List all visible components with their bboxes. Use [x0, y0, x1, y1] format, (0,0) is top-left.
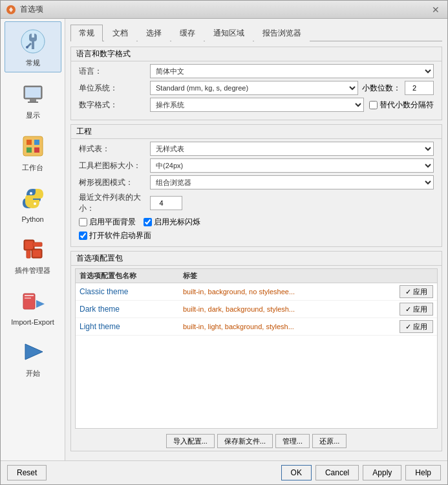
cancel-button[interactable]: Cancel — [315, 465, 359, 480]
title-bar: 首选项 ✕ — [1, 1, 447, 19]
display-icon — [17, 78, 48, 109]
sidebar-label-display: 显示 — [26, 111, 40, 120]
stylesheet-control: 无样式表 — [150, 142, 434, 156]
open-splash-row: 打开软件启动界面 — [79, 230, 434, 241]
sidebar-label-workbench: 工作台 — [22, 163, 43, 173]
apply-btn-classic[interactable]: ✓ 应用 — [400, 285, 433, 298]
language-section-title: 语言和数字格式 — [71, 47, 442, 61]
pref-name-classic[interactable]: Classic theme — [80, 287, 183, 296]
recent-row: 最近文件列表的大小： — [79, 192, 434, 214]
import-config-btn[interactable]: 导入配置... — [166, 434, 215, 448]
number-format-control: 操作系统 替代小数分隔符 — [150, 98, 434, 112]
manage-btn[interactable]: 管理... — [275, 434, 310, 448]
project-section-content: 样式表： 无样式表 工具栏图标大小： 中(24px) — [71, 139, 442, 246]
decimal-label: 小数位数： — [362, 83, 401, 94]
sidebar-item-display[interactable]: 显示 — [5, 74, 61, 125]
treeview-select[interactable]: 组合浏览器 — [150, 175, 434, 189]
stylesheet-row: 样式表： 无样式表 — [79, 142, 434, 156]
start-icon — [17, 336, 48, 367]
tools-icon — [17, 26, 48, 57]
treeview-row: 树形视图模式： 组合浏览器 — [79, 175, 434, 189]
pref-name-light[interactable]: Light theme — [80, 322, 183, 331]
toolbar-control: 中(24px) — [150, 158, 434, 173]
tab-document[interactable]: 文档 — [104, 25, 136, 41]
pref-table-header: 首选项配置包名称 标签 — [76, 269, 437, 283]
sidebar-item-python[interactable]: Python — [5, 178, 61, 228]
apply-btn-light[interactable]: ✓ 应用 — [400, 320, 433, 333]
alt-decimal-checkbox[interactable] — [369, 101, 378, 109]
svg-marker-23 — [36, 300, 45, 308]
svg-marker-24 — [25, 344, 43, 360]
language-section-content: 语言： 简体中文 单位系统： Standard (mm, kg, s, deg — [71, 61, 442, 120]
restore-btn[interactable]: 还原... — [312, 434, 347, 448]
svg-rect-15 — [25, 241, 33, 249]
sidebar-label-addon: 插件管理器 — [15, 266, 50, 275]
stylesheet-select[interactable]: 无样式表 — [150, 142, 434, 156]
tab-cache[interactable]: 缓存 — [171, 25, 204, 41]
sidebar-item-workbench[interactable]: 工作台 — [5, 126, 61, 177]
recent-control — [150, 196, 434, 210]
svg-rect-16 — [33, 242, 42, 246]
language-section: 语言和数字格式 语言： 简体中文 单位系统： — [70, 47, 442, 120]
recent-label: 最近文件列表的大小： — [79, 192, 150, 214]
svg-rect-17 — [27, 250, 30, 258]
language-label: 语言： — [79, 66, 150, 77]
pref-row-dark: Dark theme built-in, dark, background, s… — [76, 301, 437, 318]
tab-selection[interactable]: 选择 — [138, 25, 170, 41]
flat-bg-checkbox[interactable] — [79, 218, 87, 226]
number-format-row: 数字格式： 操作系统 替代小数分隔符 — [79, 98, 434, 112]
stylesheet-label: 样式表： — [79, 144, 150, 155]
sidebar-item-addon[interactable]: 插件管理器 — [5, 229, 61, 280]
open-splash-label: 打开软件启动界面 — [89, 230, 151, 241]
decimal-input[interactable] — [405, 81, 434, 95]
pref-name-dark[interactable]: Dark theme — [80, 305, 183, 314]
tab-report[interactable]: 报告浏览器 — [254, 25, 310, 41]
recent-input[interactable] — [150, 196, 182, 210]
ok-button[interactable]: OK — [281, 465, 312, 480]
unit-control: Standard (mm, kg, s, degree) 小数位数： — [150, 81, 434, 95]
help-button[interactable]: Help — [405, 465, 441, 480]
pref-tags-classic: built-in, background, no styleshee... — [183, 288, 400, 296]
toolbar-select[interactable]: 中(24px) — [150, 158, 434, 173]
tab-bar: 常规 文档 选择 缓存 通知区域 报告浏览器 — [70, 24, 442, 41]
svg-rect-10 — [27, 147, 32, 153]
language-select[interactable]: 简体中文 — [150, 64, 434, 78]
tab-general[interactable]: 常规 — [70, 25, 103, 41]
sidebar-label-python: Python — [21, 215, 43, 223]
footer: Reset OK Cancel Apply Help — [1, 460, 447, 484]
alt-decimal-label: 替代小数分隔符 — [379, 100, 434, 111]
save-new-btn[interactable]: 保存新文件... — [217, 434, 273, 448]
sidebar-item-importexport[interactable]: Import-Export — [5, 281, 61, 330]
pref-pack-title: 首选项配置包 — [71, 252, 442, 266]
number-format-select[interactable]: 操作系统 — [150, 98, 364, 112]
sidebar-label-importexport: Import-Export — [11, 318, 54, 326]
preferences-window: 首选项 ✕ 常规 — [0, 0, 448, 485]
svg-rect-11 — [34, 147, 39, 153]
sidebar: 常规 显示 — [1, 19, 65, 460]
apply-btn-dark[interactable]: ✓ 应用 — [400, 303, 433, 316]
svg-rect-8 — [27, 140, 32, 145]
close-button[interactable]: ✕ — [429, 3, 442, 16]
treeview-label: 树形视图模式： — [79, 177, 150, 188]
tab-notification[interactable]: 通知区域 — [205, 25, 253, 41]
svg-rect-6 — [28, 102, 38, 103]
reset-button[interactable]: Reset — [7, 465, 47, 480]
treeview-control: 组合浏览器 — [150, 175, 434, 189]
sidebar-item-start[interactable]: 开始 — [5, 332, 61, 383]
svg-rect-21 — [25, 295, 34, 296]
workbench-icon — [17, 131, 48, 162]
open-splash-checkbox[interactable] — [79, 232, 87, 240]
unit-select[interactable]: Standard (mm, kg, s, degree) — [150, 81, 358, 95]
language-row: 语言： 简体中文 — [79, 64, 434, 78]
cursor-blink-checkbox[interactable] — [144, 218, 152, 226]
svg-rect-5 — [30, 99, 36, 102]
cursor-blink-label: 启用光标闪烁 — [154, 217, 200, 228]
apply-button[interactable]: Apply — [363, 465, 401, 480]
svg-point-12 — [30, 192, 32, 195]
unit-row: 单位系统： Standard (mm, kg, s, degree) 小数位数： — [79, 81, 434, 95]
toolbar-label: 工具栏图标大小： — [79, 160, 150, 171]
number-format-label: 数字格式： — [79, 100, 150, 111]
svg-rect-7 — [23, 136, 43, 156]
sidebar-item-general[interactable]: 常规 — [5, 21, 61, 72]
svg-rect-9 — [34, 140, 39, 145]
